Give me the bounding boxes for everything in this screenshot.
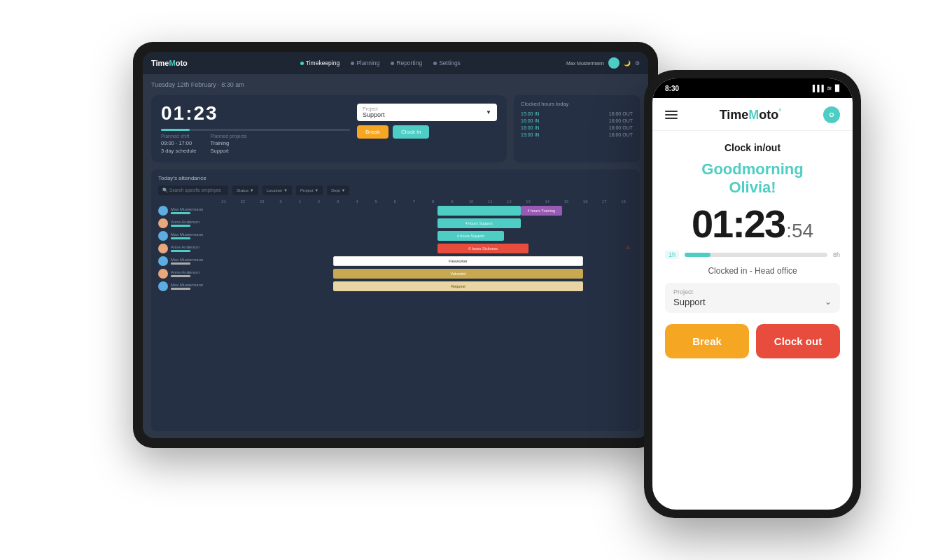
phone-clock-time: 01:23 — [692, 204, 785, 244]
table-row: Max Mustermann Flexworker — [158, 256, 633, 266]
avatar — [158, 256, 168, 266]
tablet-filter-location[interactable]: Location ▼ — [262, 186, 292, 195]
scene: TimeMoto Timekeeping Planning Reporting — [91, 28, 861, 532]
phone-time: 8:30 — [665, 85, 679, 92]
tablet-break-button[interactable]: Break — [357, 125, 388, 139]
phone-progress-end: 8h — [833, 251, 840, 258]
phone-screen: 8:30 ▐▐▐ ≋ ▉ TimeMoto° — [652, 78, 853, 510]
phone-clockout-button[interactable]: Clock out — [756, 324, 840, 358]
tablet-nav-timekeeping[interactable]: Timekeeping — [300, 59, 340, 66]
phone-status-bar: 8:30 ▐▐▐ ≋ ▉ — [652, 78, 853, 98]
phone-content: Clock in/out Goodmorning Olivia! 01:23 :… — [652, 131, 853, 510]
hamburger-line — [665, 118, 678, 119]
avatar — [158, 218, 168, 228]
nav-dot — [391, 62, 394, 65]
table-row: Max Mustermann Request — [158, 281, 633, 291]
phone-greeting-line1: Goodmorning — [665, 160, 840, 178]
tablet-search-input[interactable]: 🔍 Search specific employee — [158, 186, 228, 195]
tablet-navbar: TimeMoto Timekeeping Planning Reporting — [143, 52, 648, 74]
table-row: Anne Anderson 6 hours Sickness ⚠ — [158, 244, 633, 253]
tablet-clockin-button[interactable]: Clock in — [393, 125, 429, 139]
tablet-clock-display: 01:23 — [161, 104, 350, 123]
person-info: Max Mustermann — [158, 206, 214, 216]
tablet-hours-row-1: 15:00 IN 16:00 OUT — [521, 111, 633, 116]
person-info: Anne Anderson — [158, 218, 214, 228]
tablet-action-buttons: Break Clock in — [357, 125, 497, 139]
phone-progress-bar — [685, 253, 827, 257]
phone-device: 8:30 ▐▐▐ ≋ ▉ TimeMoto° — [644, 70, 861, 518]
tablet-user-area: Max Mustermann 🌙 ⚙ — [566, 57, 640, 69]
phone-logo: TimeMoto° — [720, 108, 782, 122]
tablet-nav-planning[interactable]: Planning — [351, 59, 379, 66]
avatar — [158, 244, 168, 253]
phone-break-button[interactable]: Break — [665, 324, 749, 358]
hamburger-line — [665, 111, 678, 112]
timeline-bar: 4 hours Support — [438, 231, 504, 241]
timeline-bar-container: 4 hours Support — [217, 218, 633, 228]
person-info: Max Mustermann — [158, 231, 214, 241]
phone-action-buttons: Break Clock out — [665, 324, 840, 358]
wifi-icon: ≋ — [827, 85, 832, 92]
tablet-hours-row-3: 16:00 IN 16:00 OUT — [521, 125, 633, 130]
table-row: Anne Anderson 4 hours Support — [158, 218, 633, 228]
phone-user-badge[interactable]: O — [823, 106, 840, 123]
tablet-clock-progress — [161, 129, 350, 131]
phone-status-icons: ▐▐▐ ≋ ▉ — [811, 85, 840, 92]
table-row: Max Mustermann 4 hours Training — [158, 206, 633, 216]
timeline-bar-container: 4 hours Support — [217, 231, 633, 241]
timeline-bar-red: 6 hours Sickness — [438, 244, 529, 253]
tablet-user-avatar — [608, 57, 620, 69]
phone-project-label: Project — [673, 288, 832, 295]
tablet-clock-controls: Project Support ▼ Break Clock in — [357, 104, 497, 154]
signal-icon: ▐▐▐ — [811, 85, 824, 92]
person-info: Max Mustermann — [158, 281, 214, 291]
hamburger-menu-button[interactable] — [665, 111, 678, 119]
avatar — [158, 281, 168, 291]
tablet-shift-info: Planned shift 09:00 - 17:00 3 day schedu… — [161, 134, 350, 154]
nav-dot — [351, 62, 354, 65]
phone-project-value: Support ⌄ — [673, 297, 832, 307]
timeline-bar-container: 4 hours Training — [217, 206, 633, 216]
timeline-bar-gold: Vakantiel — [333, 269, 582, 279]
person-info: Max Mustermann — [158, 256, 214, 266]
tablet-filter-status[interactable]: Status ▼ — [232, 186, 258, 195]
phone-progress-start: 1h — [665, 251, 679, 259]
tablet-clock-left: 01:23 Planned shift 09:00 - 17:00 3 day … — [161, 104, 350, 154]
tablet-project-select[interactable]: Project Support ▼ — [357, 104, 497, 121]
timeline-header: 21 22 23 0 1 2 3 4 5 6 7 8 9 10 — [214, 200, 633, 204]
person-info: Anne Anderson — [158, 269, 214, 279]
phone-body: TimeMoto° O Clock in/out Goodmorning Oli… — [652, 98, 853, 510]
tablet-nav-settings[interactable]: Settings — [433, 59, 461, 66]
tablet-device: TimeMoto Timekeeping Planning Reporting — [133, 42, 658, 448]
tablet-planned-shift: Planned shift 09:00 - 17:00 3 day schedu… — [161, 134, 196, 154]
hamburger-line — [665, 114, 678, 115]
table-row: Anne Anderson Vakantiel — [158, 269, 633, 279]
tablet-hours-title: Clocked hours today — [521, 101, 633, 107]
phone-progress-fill — [685, 253, 710, 257]
tablet-hours-row-4: 19:00 IN 16:00 OUT — [521, 132, 633, 137]
avatar — [158, 206, 168, 216]
phone-header: TimeMoto° O — [652, 98, 853, 131]
tablet-filter-project[interactable]: Project ▼ — [296, 186, 323, 195]
timeline-bar-white: Flexworker — [333, 256, 582, 266]
person-info: Anne Anderson — [158, 244, 214, 253]
phone-project-select[interactable]: Project Support ⌄ — [665, 283, 840, 313]
chevron-down-icon: ⌄ — [825, 297, 832, 307]
tablet-screen: TimeMoto Timekeeping Planning Reporting — [143, 52, 648, 438]
tablet-date: Tuesday 12th February · 8:30 am — [151, 81, 640, 88]
phone-section-title: Clock in/out — [665, 142, 840, 153]
timeline-rows: Max Mustermann 4 hours Training — [158, 206, 633, 291]
tablet-content: Tuesday 12th February · 8:30 am 01:23 — [143, 74, 648, 438]
tablet-nav-items: Timekeeping Planning Reporting Settings — [209, 59, 552, 66]
phone-progress: 1h 8h — [665, 251, 840, 259]
phone-clock-seconds: :54 — [786, 220, 813, 242]
nav-dot — [433, 62, 437, 65]
tablet-nav-reporting[interactable]: Reporting — [391, 59, 422, 66]
tablet-attendance-section: Today's attendance 🔍 Search specific emp… — [151, 169, 640, 431]
phone-greeting-line2: Olivia! — [665, 178, 840, 197]
tablet-attendance-title: Today's attendance — [158, 175, 633, 181]
avatar — [158, 231, 168, 241]
tablet-filter-dept[interactable]: Dept ▼ — [327, 186, 349, 195]
tablet-top-area: 01:23 Planned shift 09:00 - 17:00 3 day … — [151, 95, 640, 162]
table-row: Max Mustermann 4 hours Support — [158, 231, 633, 241]
